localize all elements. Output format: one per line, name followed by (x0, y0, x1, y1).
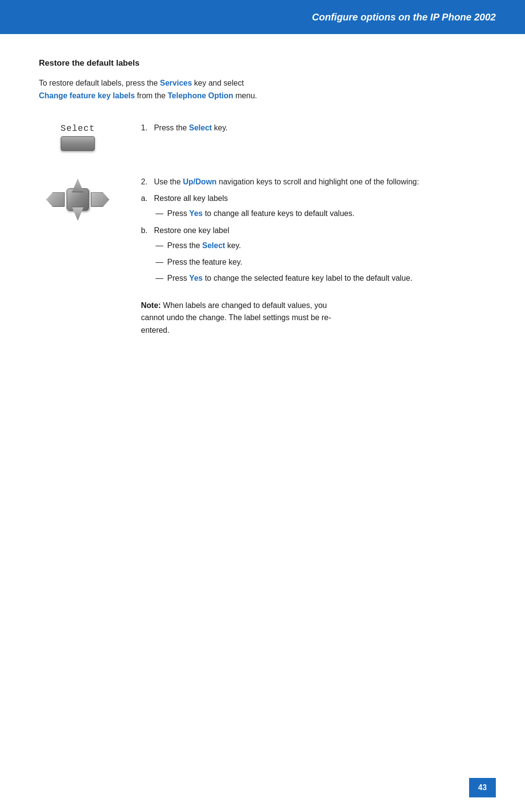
select-button-graphic (61, 136, 95, 151)
sub-item-b-text: Restore one key label (154, 226, 229, 235)
sub-item-dash-1: — Press Yes to change all feature keys t… (156, 207, 486, 220)
sub-item-a-text: Restore all key labels (154, 194, 228, 202)
telephone-option-link[interactable]: Telephone Option (168, 91, 233, 100)
step-1-text-after: key. (212, 124, 228, 132)
step-1-select-link[interactable]: Select (189, 124, 212, 132)
main-content: Restore the default labels To restore de… (0, 34, 525, 366)
dash-char-3: — (156, 256, 163, 269)
intro-text-2: key and select (192, 79, 244, 87)
nav-keys-illustration (46, 178, 109, 221)
sub-item-b-label: b. Restore one key label (141, 224, 486, 237)
intro-text-1: To restore default labels, press the (39, 79, 160, 87)
step-2-text-before: Use the (154, 178, 183, 186)
dash2-before: Press the (167, 241, 202, 250)
step-2-content: 2. Use the Up/Down navigation keys to sc… (141, 175, 486, 336)
select-key-image: Select (39, 121, 117, 151)
nav-right-key (91, 192, 109, 207)
intro-paragraph: To restore default labels, press the Ser… (39, 77, 486, 102)
sub-item-dash-4-text: Press Yes to change the selected feature… (167, 272, 412, 285)
dash4-yes-link[interactable]: Yes (189, 274, 203, 282)
nav-keys-image (39, 175, 117, 221)
page-number: 43 (478, 783, 487, 792)
dash2-after: key. (225, 241, 241, 250)
sub-item-a-label: a. Restore all key labels (141, 192, 486, 205)
step-1-row: Select 1. Press the Select key. (39, 121, 486, 151)
dash4-after: to change the selected feature key label… (203, 274, 412, 282)
note-bold: Note: (141, 301, 161, 309)
dash2-select-link[interactable]: Select (202, 241, 225, 250)
intro-text-3: from the (135, 91, 168, 100)
page-number-badge: 43 (469, 778, 496, 797)
step-2-text-after: navigation keys to scroll and highlight … (217, 178, 419, 186)
dash1-before: Press (167, 209, 189, 217)
section-heading: Restore the default labels (39, 58, 486, 68)
sub-item-dash-2: — Press the Select key. (156, 239, 486, 252)
sub-item-dash-3-text: Press the feature key. (167, 256, 242, 269)
dash-char-1: — (156, 207, 163, 220)
step-2-number: 2. (141, 178, 147, 186)
dash-char-2: — (156, 239, 163, 252)
sub-item-dash-4: — Press Yes to change the selected featu… (156, 272, 486, 285)
step-2-text: 2. Use the Up/Down navigation keys to sc… (141, 178, 486, 186)
header-bar: Configure options on the IP Phone 2002 (0, 0, 525, 34)
dash-char-4: — (156, 272, 163, 285)
sub-item-dash-3: — Press the feature key. (156, 256, 486, 269)
dash1-yes-link[interactable]: Yes (189, 209, 203, 217)
dash4-before: Press (167, 274, 189, 282)
sub-item-dash-2-text: Press the Select key. (167, 239, 241, 252)
steps-container: Select 1. Press the Select key. (39, 121, 486, 336)
select-key-illustration: Select (61, 124, 95, 151)
dash1-after: to change all feature keys to default va… (203, 209, 354, 217)
change-labels-link[interactable]: Change feature key labels (39, 91, 135, 100)
step-2-updown-link[interactable]: Up/Down (183, 178, 216, 186)
step-2-row: 2. Use the Up/Down navigation keys to sc… (39, 175, 486, 336)
intro-text-4: menu. (233, 91, 257, 100)
select-key-label: Select (61, 124, 95, 133)
step-1-text-before: Press the (154, 124, 189, 132)
note-text: When labels are changed to default value… (141, 301, 331, 334)
step-1-text: 1. Press the Select key. (141, 124, 486, 132)
sub-item-dash-1-text: Press Yes to change all feature keys to … (167, 207, 354, 220)
services-link[interactable]: Services (160, 79, 192, 87)
sub-list: a. Restore all key labels — Press Yes to… (141, 192, 486, 285)
step-1-content: 1. Press the Select key. (141, 121, 486, 136)
step-1-number: 1. (141, 124, 147, 132)
nav-left-key (46, 192, 65, 207)
header-title: Configure options on the IP Phone 2002 (312, 12, 496, 23)
note-block: Note: When labels are changed to default… (141, 299, 345, 337)
